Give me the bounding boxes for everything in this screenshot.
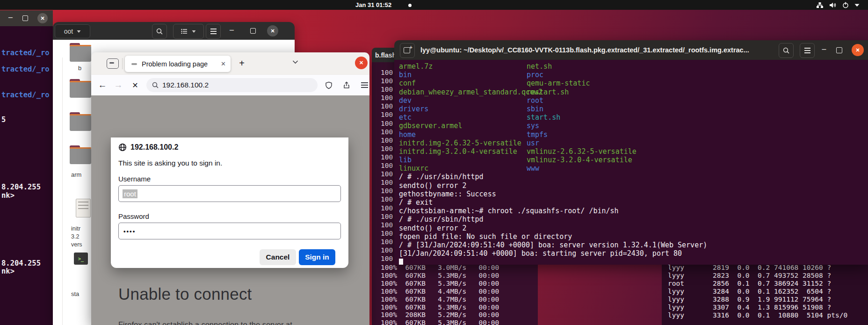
system-tray[interactable] [816, 0, 860, 10]
password-masked-value: •••• [123, 228, 136, 235]
menu-icon[interactable] [206, 24, 221, 39]
files-titlebar[interactable]: oot – ✕ [53, 22, 295, 40]
sign-in-button[interactable]: Sign in [299, 249, 335, 265]
terminal-line: confqemu-arm-static [399, 79, 868, 87]
back-button[interactable]: ← [96, 75, 109, 95]
minimize-icon[interactable]: – [8, 13, 13, 22]
terminal-line: 8.204.255 [1, 183, 41, 191]
transfer-progress-line: 100% 607KB 5.3MB/s 00:00 [381, 280, 499, 288]
forward-button[interactable]: → [112, 75, 125, 95]
terminal-window[interactable]: + lyy@ubuntu: ~/Desktop/v/_CC8160-VVTK-0… [394, 40, 868, 265]
transfer-progress-sliver: 100 [381, 212, 393, 221]
terminal-line: / # [31/Jan/2024:09:51:40 +0000] boa: se… [399, 241, 868, 249]
transfer-progress-sliver: 100 [381, 119, 393, 128]
url-text[interactable]: 192.168.100.2 [162, 81, 209, 89]
transfer-progress-lines: 100% 607KB 3.0MB/s 00:00100% 607KB 5.3MB… [381, 264, 499, 325]
files-tab[interactable]: oot [55, 24, 90, 38]
stop-button[interactable]: ✕ [129, 75, 142, 95]
folder-icon[interactable] [70, 82, 91, 98]
terminal-line: sendto() error 2 [399, 181, 868, 190]
volume-icon [829, 2, 837, 8]
maximize-icon[interactable] [836, 47, 842, 53]
power-icon [842, 2, 849, 8]
url-bar[interactable]: 192.168.100.2 [146, 78, 318, 92]
file-label-line: initr [71, 225, 82, 233]
background-terminal-left[interactable]: – ✕ tracted/_rotracted/_rotracted/_ro58.… [0, 10, 53, 325]
terminal-line: initrd.img-2.6.32-5-versatileusr [399, 139, 868, 147]
window-titlebar[interactable]: – ✕ [0, 10, 53, 26]
active-tab[interactable]: Problem loading page ✕ [125, 56, 231, 72]
auth-host: 192.168.100.2 [130, 143, 178, 152]
new-tab-icon[interactable]: + [400, 43, 415, 58]
terminal-line: [31/Jan/2024:09:51:40 +0000] boa: starti… [399, 249, 868, 258]
terminal-line: 5 [1, 116, 6, 124]
script-file-icon[interactable]: >_ [74, 253, 88, 265]
search-icon[interactable] [779, 43, 794, 58]
desktop: Jan 31 01:52 – ✕ tracted/_rotracted/_rot… [0, 0, 868, 325]
close-icon[interactable]: ✕ [37, 13, 48, 23]
cancel-button[interactable]: Cancel [260, 249, 296, 265]
ps-output-line: lyyy 3284 0.0 0.1 162352 6504 ? [668, 288, 847, 296]
close-icon[interactable]: ✕ [267, 25, 278, 36]
terminal-line: nk> [1, 191, 14, 200]
terminal-line: nk> [1, 267, 14, 275]
close-icon[interactable]: ✕ [355, 57, 368, 69]
folder-icon[interactable] [70, 46, 91, 62]
password-field[interactable]: •••• [118, 223, 341, 239]
firefox-view-icon[interactable] [107, 58, 119, 69]
username-field[interactable]: root [118, 185, 341, 202]
transfer-progress-sliver: 100 [381, 110, 393, 119]
terminal-line: hometmpfs [399, 130, 868, 139]
file-label-line: 3.2 [71, 233, 82, 241]
shield-icon[interactable] [322, 75, 335, 95]
clock[interactable]: Jan 31 01:52 [355, 0, 391, 10]
ps-output-line: lyyy 2823 0.0 0.7 493752 28508 ? [668, 272, 847, 280]
minimize-icon[interactable]: – [230, 26, 234, 34]
tab-favicon [131, 63, 137, 65]
folder-icon[interactable] [70, 148, 91, 164]
terminal-line: gethostbyname:: Success [399, 190, 868, 198]
terminal-line: armel.7znet.sh [399, 62, 868, 71]
tab-bar: Problem loading page ✕ + ✕ [91, 52, 369, 75]
transfer-progress-sliver: 100 [381, 187, 393, 195]
background-terminal-ps[interactable]: lyyylyyy 2819 0.0 0.2 741068 10260 ?lyyy… [662, 260, 868, 325]
terminal-line: fopen pid file: No such file or director… [399, 232, 868, 241]
terminal-content[interactable]: armel.7znet.shbinprocconfqemu-arm-static… [394, 60, 868, 265]
list-tabs-chevron-icon[interactable] [292, 60, 298, 64]
transfer-progress-sliver: 100 [381, 238, 393, 246]
notification-dot [408, 4, 412, 7]
tab-close-icon[interactable]: ✕ [221, 60, 226, 67]
transfer-progress-sliver: 100 [381, 136, 393, 144]
maximize-icon[interactable] [250, 28, 256, 34]
minimize-icon[interactable]: – [819, 45, 829, 55]
folder-icon[interactable] [70, 115, 91, 131]
navigation-bar: ← → ✕ 192.168.100.2 [91, 75, 369, 96]
transfer-progress-sliver: 100 [381, 153, 393, 161]
username-value-selected: root [123, 189, 137, 198]
firefox-window[interactable]: Problem loading page ✕ + ✕ ← → ✕ 192.168… [91, 52, 369, 325]
search-icon [152, 82, 159, 88]
transfer-progress-sliver: 100 [381, 85, 393, 94]
menu-icon[interactable] [358, 75, 371, 95]
file-icon[interactable] [76, 199, 91, 217]
terminal-line: linuxrcwww [399, 164, 868, 173]
search-icon[interactable] [152, 24, 167, 39]
ps-output-lines: lyyylyyy 2819 0.0 0.2 741068 10260 ?lyyy… [668, 260, 847, 319]
share-icon[interactable] [340, 75, 353, 95]
view-options-button[interactable] [173, 24, 204, 39]
transfer-progress-sliver: 100 [381, 94, 393, 102]
new-tab-button[interactable]: + [236, 58, 247, 69]
transfer-progress-sliver: 100 [381, 170, 393, 178]
transfer-progress-column: 1001001001001001001001001001001001001001… [381, 68, 393, 263]
terminal-line: driverssbin [399, 105, 868, 113]
terminal-line: gdbserver.armelsys [399, 122, 868, 130]
menu-icon[interactable] [800, 43, 815, 58]
transfer-progress-sliver: 100 [381, 221, 393, 229]
maximize-icon[interactable] [22, 15, 28, 21]
chevron-down-icon [77, 30, 81, 33]
ps-output-line: root 2856 0.1 0.7 386924 31152 ? [668, 280, 847, 288]
terminal-line: 8.204.255 [1, 259, 41, 267]
transfer-progress-line: 100% 607KB 4.7MB/s 00:00 [381, 296, 499, 303]
terminal-titlebar[interactable]: + lyy@ubuntu: ~/Desktop/v/_CC8160-VVTK-0… [394, 40, 868, 60]
close-icon[interactable]: ✕ [852, 44, 864, 56]
